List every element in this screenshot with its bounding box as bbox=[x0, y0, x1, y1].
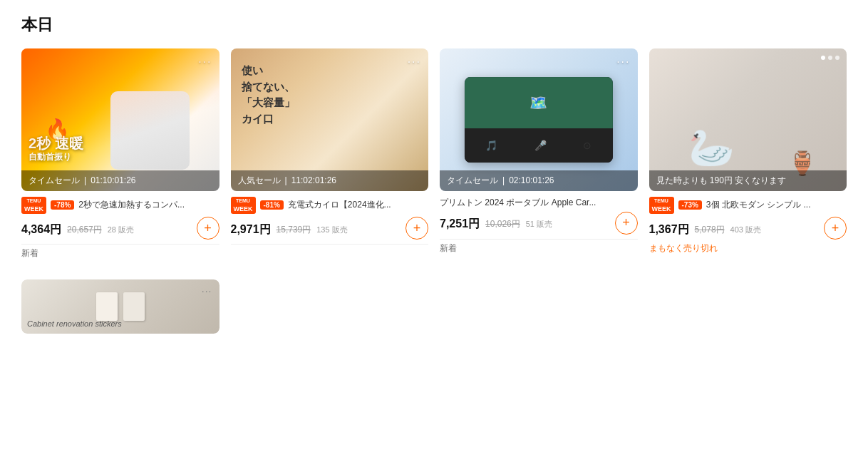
temu-badge-2: TEMU WEEK bbox=[231, 197, 256, 214]
price-row-1: 4,364円 20,657円 28 販売 bbox=[21, 222, 197, 237]
product-info-3: プリムトン 2024 ポータブル Apple Car... 7,251円 10,… bbox=[440, 191, 638, 257]
add-to-cart-2[interactable]: + bbox=[405, 217, 428, 240]
product-card-4[interactable]: 🦢 🏺 見た時よりも 190円 安くなります TEMU WEEK -73% 3個… bbox=[649, 48, 847, 262]
control-bar: 🎵 🎤 ⊙ bbox=[465, 128, 613, 163]
home-icon: ⊙ bbox=[583, 140, 591, 151]
product-title-4: 3個 北欧モダン シンプル ... bbox=[706, 199, 811, 211]
original-price-4: 5,078円 bbox=[695, 224, 725, 236]
price-cart-2: 2,971円 15,739円 135 販売 + bbox=[231, 217, 429, 240]
current-price-1: 4,364円 bbox=[21, 222, 61, 237]
heater-body bbox=[110, 91, 190, 170]
bottom-card-1[interactable]: ··· Cabinet renovation stickers bbox=[21, 279, 219, 334]
timer-1: 01:10:01:26 bbox=[91, 175, 135, 185]
product-card-3[interactable]: 🗺️ 🎵 🎤 ⊙ ··· タイムセール | 02:10:01:26 プリムトン … bbox=[440, 48, 638, 262]
timer-2: 11:02:01:26 bbox=[291, 175, 336, 185]
music-icon: 🎵 bbox=[485, 140, 497, 151]
carousel-dots-4 bbox=[821, 56, 839, 60]
price-block-2: 2,971円 15,739円 135 販売 bbox=[231, 220, 406, 237]
bottom-dots-1[interactable]: ··· bbox=[202, 285, 212, 297]
current-price-3: 7,251円 bbox=[440, 217, 480, 232]
original-price-2: 15,739円 bbox=[277, 224, 311, 236]
add-to-cart-1[interactable]: + bbox=[197, 217, 219, 240]
price-block-4: 1,367円 5,078円 403 販売 bbox=[649, 220, 825, 237]
separator-icon-3: | bbox=[502, 175, 505, 185]
map-icon: 🗺️ bbox=[529, 94, 547, 111]
products-grid: 🔥 2秒 速暖 自動首振り ··· タイムセール | 01:10:01:26 T… bbox=[21, 48, 847, 262]
bottom-row: ··· Cabinet renovation stickers bbox=[21, 279, 847, 334]
product-title-1: 2秒で急速加熱するコンパ... bbox=[78, 199, 185, 211]
sale-type-4: 見た時よりも 190円 安くなります bbox=[656, 175, 787, 187]
price-row-3: 7,251円 10,026円 51 販売 bbox=[440, 217, 615, 232]
separator-3 bbox=[440, 239, 638, 240]
status-1: 新着 bbox=[21, 247, 219, 260]
product-image-4: 🦢 🏺 見た時よりも 190円 安くなります bbox=[649, 48, 847, 191]
product-meta-4: TEMU WEEK -73% 3個 北欧モダン シンプル ... bbox=[649, 197, 847, 214]
price-cart-3: 7,251円 10,026円 51 販売 + bbox=[440, 212, 638, 235]
overlay-4: 見た時よりも 190円 安くなります bbox=[649, 170, 847, 191]
separator-icon-1: | bbox=[84, 175, 86, 185]
price-block-1: 4,364円 20,657円 28 販売 bbox=[21, 220, 197, 237]
product-title-3: プリムトン 2024 ポータブル Apple Car... bbox=[440, 197, 596, 209]
separator-1 bbox=[21, 244, 219, 245]
overlay-2: 人気セール | 11:02:01:26 bbox=[231, 170, 429, 191]
page-title: 本日 bbox=[21, 14, 847, 36]
sale-type-1: タイムセール bbox=[29, 175, 80, 187]
discount-badge-4: -73% bbox=[678, 200, 702, 210]
original-price-1: 20,657円 bbox=[67, 224, 102, 236]
price-cart-4: 1,367円 5,078円 403 販売 + bbox=[649, 217, 847, 240]
product-image-2: 使い捨てない、「大容量」カイ口 ··· 人気セール | 11:02:01:26 bbox=[231, 48, 429, 191]
status-3: 新着 bbox=[440, 242, 638, 255]
sales-count-3: 51 販売 bbox=[526, 219, 552, 230]
sales-count-4: 403 販売 bbox=[730, 225, 761, 235]
product-info-1: TEMU WEEK -78% 2秒で急速加熱するコンパ... 4,364円 20… bbox=[21, 191, 219, 262]
discount-badge-1: -78% bbox=[51, 200, 74, 210]
decor-figure-left: 🦢 bbox=[688, 126, 735, 170]
sticker-1 bbox=[96, 292, 118, 321]
heater-badge: 2秒 速暖 自動首振り bbox=[29, 135, 83, 162]
product-meta-2: TEMU WEEK -81% 充電式カイロ【2024進化... bbox=[231, 197, 429, 214]
price-row-2: 2,971円 15,739円 135 販売 bbox=[231, 222, 406, 237]
dot-3 bbox=[835, 56, 839, 60]
product-info-2: TEMU WEEK -81% 充電式カイロ【2024進化... 2,971円 1… bbox=[231, 191, 429, 250]
product-info-4: TEMU WEEK -73% 3個 北欧モダン シンプル ... 1,367円 … bbox=[649, 191, 847, 257]
product-image-1: 🔥 2秒 速暖 自動首振り ··· タイムセール | 01:10:01:26 bbox=[21, 48, 219, 191]
product-card-1[interactable]: 🔥 2秒 速暖 自動首振り ··· タイムセール | 01:10:01:26 T… bbox=[21, 48, 219, 262]
sales-count-2: 135 販売 bbox=[316, 225, 347, 235]
discount-badge-2: -81% bbox=[260, 200, 284, 210]
sale-type-2: 人気セール bbox=[238, 175, 281, 187]
separator-icon-2: | bbox=[285, 175, 287, 185]
sale-type-3: タイムセール bbox=[447, 175, 498, 187]
price-block-3: 7,251円 10,026円 51 販売 bbox=[440, 214, 615, 232]
sticker-preview bbox=[96, 292, 145, 321]
timer-3: 02:10:01:26 bbox=[509, 175, 554, 185]
temu-badge-4: TEMU WEEK bbox=[649, 197, 674, 214]
add-to-cart-3[interactable]: + bbox=[615, 212, 638, 235]
more-dots-3[interactable]: ··· bbox=[616, 56, 630, 68]
current-price-2: 2,971円 bbox=[231, 222, 271, 237]
mic-icon: 🎤 bbox=[534, 140, 547, 151]
more-dots-1[interactable]: ··· bbox=[198, 56, 212, 68]
product-meta-1: TEMU WEEK -78% 2秒で急速加熱するコンパ... bbox=[21, 197, 219, 214]
add-to-cart-4[interactable]: + bbox=[824, 217, 847, 240]
product-card-2[interactable]: 使い捨てない、「大容量」カイ口 ··· 人気セール | 11:02:01:26 … bbox=[231, 48, 429, 262]
product-title-2: 充電式カイロ【2024進化... bbox=[288, 199, 391, 211]
original-price-3: 10,026円 bbox=[485, 218, 520, 230]
price-row-4: 1,367円 5,078円 403 販売 bbox=[649, 222, 825, 237]
price-cart-1: 4,364円 20,657円 28 販売 + bbox=[21, 217, 219, 240]
map-area: 🗺️ bbox=[465, 77, 613, 128]
bottom-image-1: ··· Cabinet renovation stickers bbox=[21, 279, 219, 334]
carplay-screen: 🗺️ 🎵 🎤 ⊙ bbox=[465, 77, 613, 163]
warmer-text: 使い捨てない、「大容量」カイ口 bbox=[242, 63, 295, 127]
overlay-3: タイムセール | 02:10:01:26 bbox=[440, 170, 638, 191]
dot-2 bbox=[828, 56, 832, 60]
temu-badge-1: TEMU WEEK bbox=[21, 197, 46, 214]
separator-2 bbox=[231, 244, 429, 245]
product-meta-3: プリムトン 2024 ポータブル Apple Car... bbox=[440, 197, 638, 209]
sticker-2 bbox=[123, 292, 145, 321]
more-dots-2[interactable]: ··· bbox=[408, 56, 421, 68]
product-image-3: 🗺️ 🎵 🎤 ⊙ ··· タイムセール | 02:10:01:26 bbox=[440, 48, 638, 191]
current-price-4: 1,367円 bbox=[649, 222, 689, 237]
flame-icon: 🔥 bbox=[45, 118, 70, 141]
status-4: まもなく売り切れ bbox=[649, 242, 847, 255]
overlay-1: タイムセール | 01:10:01:26 bbox=[21, 170, 219, 191]
